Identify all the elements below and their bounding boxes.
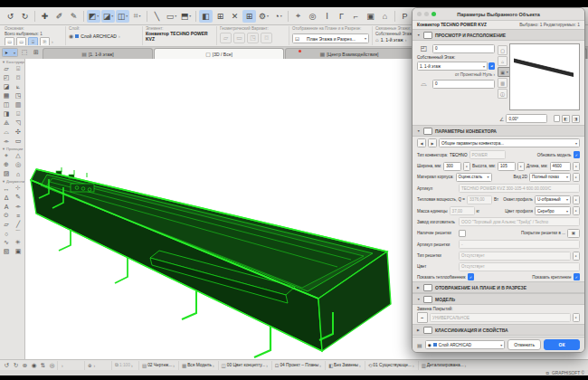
tool-icon[interactable]: ⊙: [1, 211, 13, 220]
dialog-title-bar[interactable]: Параметры Выбранного Объекта: [413, 8, 584, 21]
tool-icon[interactable]: ⌓: [1, 128, 13, 137]
tool-icon[interactable]: ∿: [1, 238, 13, 247]
view2d-stepper[interactable]: [573, 173, 580, 182]
transfer-icon[interactable]: ⎘: [40, 37, 50, 45]
info-mode-icon[interactable]: ⌸: [28, 37, 38, 45]
quick-origin[interactable]: ⊕›: [84, 361, 110, 370]
trim-icon[interactable]: ⌐: [349, 10, 363, 23]
tool-icon[interactable]: ▱: [1, 220, 13, 229]
marquee-icon[interactable]: ⬚: [19, 48, 30, 58]
tab-story[interactable]: ▤ [1. 1-й этаж]: [43, 48, 153, 59]
quick-detail-level[interactable]: ▥Детализирована...›: [418, 361, 469, 370]
tool-icon[interactable]: ⌼: [13, 73, 24, 82]
length-field[interactable]: 4600: [550, 162, 571, 171]
paintbrush-icon[interactable]: ✒: [417, 312, 428, 323]
tool-icon[interactable]: ○: [1, 229, 13, 238]
tab-3d-all[interactable]: ▢ [3D / Все]: [154, 48, 284, 59]
tool-icon[interactable]: ⌯: [1, 137, 13, 146]
arrow-cursor-icon[interactable]: ➤: [2, 48, 18, 57]
tool-icon[interactable]: ◨: [1, 109, 13, 119]
profile-color-stepper[interactable]: [573, 206, 580, 215]
section-plan-display[interactable]: ▶ ОТОБРАЖЕНИЕ НА ПЛАНЕ И В РАЗРЕЗЕ: [413, 281, 584, 293]
walk-icon[interactable]: ⇅: [39, 362, 47, 369]
story-stepper[interactable]: ▴▾: [488, 62, 495, 70]
tool-icon[interactable]: ▭: [13, 137, 24, 146]
snap-reference-icon[interactable]: ◪▾: [101, 10, 115, 23]
datum-link[interactable]: от Проектный Нуль ›: [417, 72, 495, 77]
favorites-icon[interactable]: ✚: [38, 10, 52, 23]
tool-icon[interactable]: A: [1, 202, 13, 211]
tool-icon[interactable]: ▱: [1, 64, 13, 73]
tool-icon[interactable]: ◫: [1, 100, 13, 109]
tool-icon[interactable]: ≡: [13, 211, 24, 220]
section-model[interactable]: ▼ МОДЕЛЬ: [413, 293, 584, 305]
material-select[interactable]: Оцинк.сталь: [456, 173, 492, 182]
show-mount-checkbox[interactable]: [574, 273, 581, 280]
layer-picker[interactable]: ◉ Слой ARCHICAD ›: [69, 33, 139, 39]
tool-icon[interactable]: ▦: [1, 91, 13, 100]
eye-icon[interactable]: ◉: [30, 362, 38, 369]
geometry-variant-icon[interactable]: ▭: [233, 33, 245, 43]
tool-icon[interactable]: ⟀: [13, 82, 24, 91]
zoom-icon[interactable]: ◎: [306, 10, 319, 23]
tool-icon[interactable]: ▧: [1, 247, 13, 256]
tool-icon[interactable]: Δ: [1, 193, 13, 202]
geometry-variant-icon[interactable]: ⌼: [261, 33, 272, 43]
window-stack-icon[interactable]: ⧉: [546, 371, 549, 375]
preview-elevation-icon[interactable]: ⌂: [498, 56, 507, 66]
rotation-angle-field[interactable]: 0,00°: [506, 114, 547, 123]
default-settings-icon[interactable]: ▭: [16, 37, 26, 45]
lock-icon[interactable]: ⬒▾: [179, 10, 193, 23]
tool-icon[interactable]: ◰: [1, 73, 13, 82]
tool-icon[interactable]: ⊕: [1, 160, 13, 169]
section-classification[interactable]: ▶ КЛАССИФИКАЦИЯ И СВОЙСТВА: [413, 324, 584, 336]
tool-icon[interactable]: ▨: [1, 169, 13, 178]
quick-model-view[interactable]: ▦Вся Модель›: [178, 361, 217, 370]
schedule-icon[interactable]: ⊞: [213, 10, 227, 23]
fit-window-icon[interactable]: ▣: [364, 10, 377, 23]
magic-wand-icon[interactable]: ◧: [199, 10, 213, 23]
guide-lines-icon[interactable]: ◩▾: [87, 10, 100, 23]
tool-icon[interactable]: ⌂: [13, 169, 24, 178]
quick-renovation-filter[interactable]: ⟲01 Существующе...›: [365, 361, 417, 370]
section-convector-parameters[interactable]: ▼ ПАРАМЕТРЫ КОНВЕКТОРА: [413, 125, 584, 137]
tool-icon[interactable]: ⌻: [13, 64, 24, 73]
quick-scale[interactable]: ⧉1:100›: [111, 361, 138, 370]
geometry-variant-icon[interactable]: ▱: [220, 33, 232, 43]
height-field[interactable]: 105: [498, 162, 516, 171]
zoom-window-button[interactable]: [432, 12, 436, 16]
quick-pen[interactable]: ›: [57, 361, 83, 370]
section-chevron[interactable]: ›: [405, 37, 407, 43]
grille-coating-button[interactable]: [567, 229, 580, 238]
update-model-checkbox[interactable]: [574, 151, 581, 158]
undo-icon[interactable]: ↺: [4, 10, 17, 23]
tool-icon[interactable]: ⌯: [13, 202, 24, 211]
marquee-mode-icon[interactable]: ▭▾: [165, 10, 178, 23]
section-chevron[interactable]: ›: [119, 33, 120, 39]
preview-option-icon[interactable]: ◨: [572, 115, 580, 123]
tool-icon[interactable]: ✣: [13, 128, 24, 137]
section-preview-position[interactable]: ▼ ПРОСМОТР И РАСПОЛОЖЕНИЕ: [413, 29, 584, 41]
tool-icon[interactable]: ⌺: [13, 109, 24, 119]
quick-pen-set[interactable]: ▤02 Чертеж...›: [138, 361, 177, 370]
snap-points-icon[interactable]: ◫▾: [116, 10, 129, 23]
tab-overview-icon[interactable]: ⊞: [31, 48, 42, 58]
width-field[interactable]: 300: [443, 162, 461, 171]
tool-icon[interactable]: ✎: [13, 193, 24, 202]
tab-action-center[interactable]: ▦ [Центр Взаимодействия]: [285, 48, 413, 59]
length-stepper[interactable]: [573, 162, 580, 171]
transform-icon[interactable]: ⌖: [291, 10, 305, 23]
explore-icon[interactable]: ↻: [12, 362, 20, 369]
close-window-button[interactable]: [417, 12, 422, 16]
pin-icon[interactable]: P: [398, 10, 412, 23]
prev-page-button[interactable]: ◀: [417, 138, 426, 147]
tool-icon[interactable]: ⟁: [1, 119, 13, 128]
grille-checkbox[interactable]: [459, 230, 466, 237]
tool-icon[interactable]: △: [13, 151, 24, 160]
mirror-checkbox[interactable]: [554, 115, 561, 122]
parameter-page-select[interactable]: Общие параметры конвектора...: [439, 138, 580, 147]
home-story-select[interactable]: 1. 1-й этаж: [417, 62, 488, 71]
preview-option-icon[interactable]: ◧: [562, 115, 570, 123]
settings-gear-icon[interactable]: ⚙▾: [257, 10, 270, 23]
object-preview[interactable]: [509, 43, 580, 110]
